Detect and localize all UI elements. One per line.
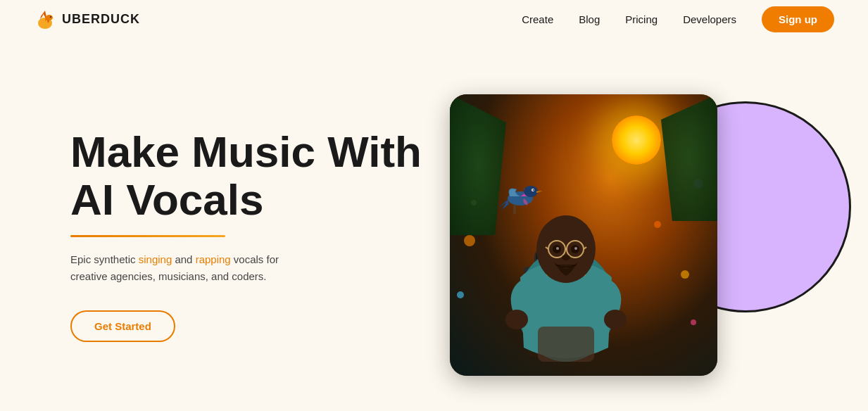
hero-title-line2: AI Vocals — [70, 175, 264, 224]
svg-point-35 — [604, 310, 627, 329]
logo[interactable]: UBERDUCK — [34, 8, 140, 30]
hero-subtitle: Epic synthetic singing and rapping vocal… — [70, 251, 310, 285]
nav-link-create[interactable]: Create — [522, 13, 553, 25]
hero-image-card — [450, 94, 717, 376]
hero-section: Make Music With AI Vocals Epic synthetic… — [0, 38, 868, 411]
hero-title-line1: Make Music With — [70, 127, 422, 176]
logo-text: UBERDUCK — [62, 12, 140, 27]
hero-subtitle-part1: Epic synthetic singing and rapping vocal… — [70, 253, 279, 282]
svg-point-2 — [50, 16, 51, 18]
hero-title-underline — [70, 235, 225, 237]
get-started-button[interactable]: Get Started — [70, 310, 175, 342]
bokeh-particle — [654, 221, 661, 228]
svg-point-32 — [574, 247, 577, 250]
bokeh-particle — [457, 291, 464, 298]
bokeh-particle — [464, 235, 475, 246]
nav-link-pricing[interactable]: Pricing — [625, 13, 658, 25]
signup-button[interactable]: Sign up — [762, 6, 834, 32]
logo-icon — [34, 8, 56, 30]
svg-point-34 — [505, 310, 528, 329]
svg-point-31 — [556, 247, 559, 250]
svg-rect-36 — [538, 327, 594, 362]
person-illustration — [478, 151, 654, 376]
hero-title: Make Music With AI Vocals — [70, 128, 422, 224]
hero-content: Make Music With AI Vocals Epic synthetic… — [70, 128, 422, 342]
nav-link-developers[interactable]: Developers — [683, 13, 736, 25]
hero-scene — [450, 94, 717, 376]
nav-link-blog[interactable]: Blog — [579, 13, 600, 25]
bokeh-particle — [681, 270, 689, 279]
hero-visual — [422, 80, 830, 390]
bokeh-particle — [691, 320, 696, 325]
nav-links: Create Blog Pricing Developers Sign up — [522, 6, 834, 32]
svg-point-1 — [46, 15, 53, 20]
navbar: UBERDUCK Create Blog Pricing Developers … — [0, 0, 868, 38]
svg-point-33 — [562, 255, 570, 260]
